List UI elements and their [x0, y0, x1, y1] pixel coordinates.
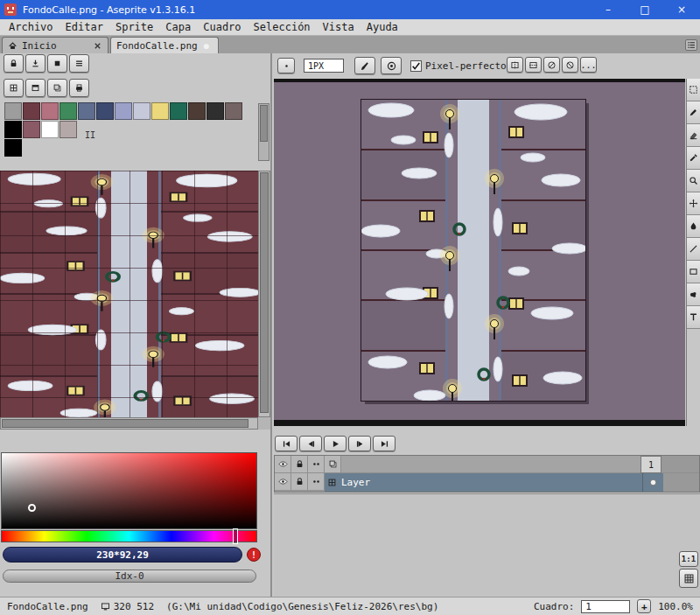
palette-swatch[interactable]: [23, 102, 40, 120]
tool-rect-marquee-button[interactable]: [687, 79, 700, 101]
tool-zoom-button[interactable]: [687, 170, 700, 192]
palette-scrollbar[interactable]: [258, 103, 270, 161]
tab-fondocalle[interactable]: FondoCalle.png ●: [110, 37, 219, 53]
tool-text-button[interactable]: [687, 306, 700, 329]
tool-jumble-button[interactable]: [687, 283, 700, 306]
tab-inicio-close-button[interactable]: [93, 41, 102, 51]
toggle-all-continuous-button[interactable]: [308, 456, 325, 473]
pixel-perfect-checkbox[interactable]: [410, 60, 422, 72]
window-button[interactable]: [25, 79, 46, 97]
timeline-options-button[interactable]: [325, 456, 341, 473]
dynamics-button[interactable]: [381, 57, 402, 74]
layer-lock-button[interactable]: [291, 473, 308, 491]
square-button[interactable]: [47, 54, 67, 73]
layer-name-cell[interactable]: Layer: [325, 473, 642, 492]
tiled-mode-button[interactable]: [679, 569, 698, 588]
brush-size-input[interactable]: 1PX: [304, 59, 344, 73]
frame-number-input[interactable]: 1: [581, 600, 630, 613]
palette-swatch[interactable]: [225, 102, 242, 120]
add-frame-button[interactable]: +: [637, 599, 651, 613]
menu-item-archivo[interactable]: Archivo: [3, 20, 60, 34]
prev-frame-button[interactable]: [299, 436, 322, 451]
tool-pencil-button[interactable]: [687, 101, 700, 124]
play-button[interactable]: [324, 436, 346, 451]
layer-row[interactable]: Layer: [275, 473, 699, 492]
current-color-bar[interactable]: 230*92,29: [3, 547, 242, 563]
cel-frame-1[interactable]: [642, 473, 663, 492]
palette-swatch[interactable]: [133, 102, 150, 120]
menu-item-editar[interactable]: Editar: [60, 20, 109, 34]
maximize-button[interactable]: □: [626, 0, 663, 19]
sprite-canvas[interactable]: [274, 79, 685, 426]
sv-marker[interactable]: [28, 504, 36, 512]
toggle-all-visibility-button[interactable]: [275, 456, 291, 473]
palette-swatch[interactable]: [60, 121, 77, 138]
layer-visibility-button[interactable]: [275, 473, 291, 491]
arrow-down-button[interactable]: [25, 54, 46, 73]
palette-swatch[interactable]: [4, 121, 22, 138]
tiled-sprite-view[interactable]: [0, 171, 270, 430]
menu-item-seleccion[interactable]: Selección: [248, 20, 317, 34]
menu-item-sprite[interactable]: Sprite: [109, 20, 159, 34]
lock-button[interactable]: [4, 54, 24, 73]
sym-diagonal-left-button[interactable]: [562, 57, 578, 73]
palette-swatch[interactable]: [151, 102, 169, 120]
color-warning-icon[interactable]: !: [247, 548, 261, 562]
ink-type-button[interactable]: [354, 57, 375, 74]
preview-vertical-scrollbar[interactable]: [258, 171, 270, 417]
tool-eyedropper-button[interactable]: [687, 147, 700, 170]
preview-horizontal-scrollbar[interactable]: [0, 417, 258, 430]
palette-swatch[interactable]: [23, 121, 40, 138]
copy-button[interactable]: [47, 79, 67, 97]
skip-first-button[interactable]: [275, 436, 298, 451]
hue-slider-marker[interactable]: [233, 528, 238, 544]
menu-item-cuadro[interactable]: Cuadro: [197, 20, 247, 34]
palette-swatch[interactable]: [4, 139, 22, 157]
sym-horizontal-button[interactable]: [525, 57, 542, 73]
tool-rectangle-button[interactable]: [687, 261, 700, 283]
symmetry-options-button[interactable]: ...: [580, 57, 597, 73]
layer-continuous-button[interactable]: [308, 473, 325, 491]
sprite-image[interactable]: [361, 100, 585, 401]
sym-vertical-button[interactable]: [507, 57, 523, 73]
frame-1-header[interactable]: 1: [640, 456, 662, 473]
tool-eraser-button[interactable]: [687, 124, 700, 147]
printer-button[interactable]: [69, 79, 89, 97]
palette-swatch[interactable]: [60, 102, 77, 120]
hue-slider[interactable]: [1, 530, 257, 542]
palette-swatch[interactable]: [41, 102, 59, 120]
menu-button[interactable]: [69, 54, 89, 73]
tool-move-button[interactable]: [687, 192, 700, 215]
tab-inicio[interactable]: Inicio: [2, 37, 108, 53]
actual-size-button[interactable]: 1:1: [679, 551, 698, 567]
tool-paint-bucket-button[interactable]: [687, 215, 700, 238]
preview-vertical-thumb[interactable]: [260, 172, 269, 413]
skip-last-button[interactable]: [373, 436, 396, 451]
palette-swatch[interactable]: [41, 121, 59, 138]
palette-swatch[interactable]: [115, 102, 132, 120]
tool-line-button[interactable]: [687, 238, 700, 261]
sym-diagonal-right-button[interactable]: [543, 57, 560, 73]
zoom-level[interactable]: 100.0%: [658, 601, 693, 612]
palette-index-bar[interactable]: Idx-0: [3, 570, 256, 583]
brush-preview-button[interactable]: [277, 58, 295, 73]
palette-swatch[interactable]: [188, 102, 206, 120]
toggle-all-lock-button[interactable]: [291, 456, 308, 473]
preview-horizontal-thumb[interactable]: [2, 419, 248, 428]
minimize-button[interactable]: –: [590, 0, 626, 19]
tab-list-button[interactable]: [685, 39, 697, 51]
next-frame-button[interactable]: [348, 436, 371, 451]
palette-swatch[interactable]: [206, 102, 224, 120]
palette-swatch[interactable]: [78, 102, 95, 120]
menu-item-capa[interactable]: Capa: [159, 20, 197, 34]
close-button[interactable]: ×: [663, 0, 700, 19]
palette-swatch[interactable]: [170, 102, 187, 120]
pixel-perfect-toggle[interactable]: Pixel-perfecto: [410, 60, 507, 72]
grid-button[interactable]: [4, 79, 24, 97]
menu-item-ayuda[interactable]: Ayuda: [360, 20, 404, 34]
saturation-value-picker[interactable]: [1, 452, 257, 529]
palette-swatch[interactable]: [4, 102, 22, 120]
palette-scrollbar-thumb[interactable]: [260, 105, 268, 142]
palette-swatch[interactable]: [96, 102, 114, 120]
menu-item-vista[interactable]: Vista: [317, 20, 360, 34]
